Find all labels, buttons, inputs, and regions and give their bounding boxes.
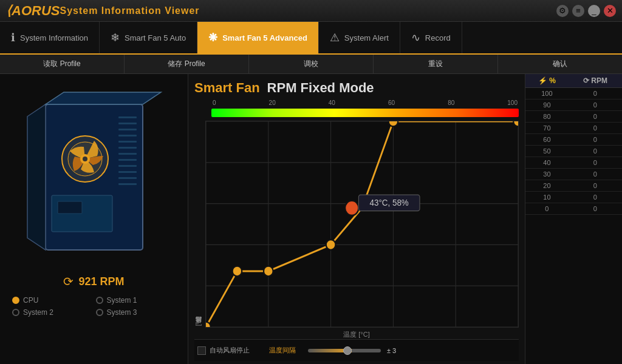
rpm-cell: 0 xyxy=(569,123,622,134)
chart-container: 风扇转速比 [%] xyxy=(194,121,519,328)
pct-cell: 30 xyxy=(525,169,569,180)
svg-point-48 xyxy=(326,240,336,250)
pct-cell: 60 xyxy=(525,134,569,146)
system1-radio[interactable] xyxy=(96,297,103,304)
svg-point-45 xyxy=(206,322,211,327)
nav-system-info[interactable]: ℹ System Information xyxy=(0,22,100,53)
nav-system-alert[interactable]: ⚠ System Alert xyxy=(319,22,400,53)
record-icon: ∿ xyxy=(411,31,420,44)
nav-record[interactable]: ∿ Record xyxy=(400,22,462,53)
table-row[interactable]: 800 xyxy=(525,111,622,123)
settings-button[interactable]: ⚙ xyxy=(556,5,569,17)
menu-button[interactable]: ≡ xyxy=(572,5,584,17)
table-row[interactable]: 500 xyxy=(525,146,622,157)
confirm-button[interactable]: 确认 xyxy=(498,55,622,73)
table-row[interactable]: 700 xyxy=(525,123,622,134)
save-profile-button[interactable]: 储存 Profile xyxy=(125,55,249,73)
auto-stop-label: 自动风扇停止 xyxy=(210,346,250,355)
chart-area[interactable]: 100 80 60 40 20 0 0 20 40 60 80 100 xyxy=(205,121,519,328)
table-row[interactable]: 400 xyxy=(525,157,622,169)
svg-point-46 xyxy=(233,266,242,277)
logo-icon: ⟨AORUS xyxy=(6,3,60,19)
nav-smart-fan-auto[interactable]: ❄ Smart Fan 5 Auto xyxy=(100,22,197,53)
fan-source-system1[interactable]: System 1 xyxy=(96,296,176,305)
auto-stop-checkbox[interactable] xyxy=(197,346,206,355)
svg-point-50 xyxy=(389,121,398,126)
pct-cell: 50 xyxy=(525,146,569,157)
pct-cell: 0 xyxy=(525,203,569,215)
svg-rect-9 xyxy=(118,153,137,155)
svg-rect-14 xyxy=(118,183,137,185)
table-row[interactable]: 900 xyxy=(525,99,622,111)
rpm-cell: 0 xyxy=(569,134,622,146)
alert-icon: ⚠ xyxy=(330,31,340,44)
svg-point-51 xyxy=(513,121,518,126)
left-panel: ⟳ 921 RPM CPU System 1 System 2 System 3 xyxy=(0,74,188,364)
system2-label: System 2 xyxy=(23,308,53,317)
svg-point-20 xyxy=(83,157,87,161)
nav-smart-fan-advanced[interactable]: ❋ Smart Fan 5 Advanced xyxy=(197,22,319,53)
svg-text:43°C, 58%: 43°C, 58% xyxy=(370,198,409,208)
table-row[interactable]: 600 xyxy=(525,134,622,146)
table-row[interactable]: 300 xyxy=(525,169,622,180)
pct-col-header: ⚡ % xyxy=(525,74,569,88)
nav-smart-fan-advanced-label: Smart Fan 5 Advanced xyxy=(222,33,307,42)
svg-marker-2 xyxy=(46,92,161,104)
window-controls: ⚙ ≡ _ ✕ xyxy=(556,5,616,17)
x-axis-label: 温度 [°C] xyxy=(194,330,519,339)
rpm-icon: ⟳ xyxy=(63,274,73,289)
y-axis-label: 风扇转速比 [%] xyxy=(194,121,203,328)
table-row[interactable]: 1000 xyxy=(525,88,622,99)
table-row[interactable]: 100 xyxy=(525,192,622,203)
system3-label: System 3 xyxy=(107,308,137,317)
table-row[interactable]: 200 xyxy=(525,180,622,192)
svg-rect-11 xyxy=(118,165,137,167)
close-button[interactable]: ✕ xyxy=(604,5,616,17)
slider-value: ± 3 xyxy=(387,347,396,354)
system2-radio[interactable] xyxy=(12,309,19,316)
system1-label: System 1 xyxy=(107,296,137,305)
pc-case-svg xyxy=(21,86,167,262)
temp-bar-labels: 0 20 40 60 80 100 xyxy=(211,99,519,106)
nav-record-label: Record xyxy=(425,33,451,42)
nav-bar: ℹ System Information ❄ Smart Fan 5 Auto … xyxy=(0,22,622,55)
pct-cell: 20 xyxy=(525,180,569,192)
fan-auto-icon: ❄ xyxy=(111,31,120,44)
reset-button[interactable]: 重设 xyxy=(374,55,498,73)
fan-source-cpu[interactable]: CPU xyxy=(12,296,92,305)
svg-marker-1 xyxy=(27,104,46,250)
svg-rect-5 xyxy=(118,129,137,130)
svg-rect-16 xyxy=(58,201,82,214)
temp-interval-slider[interactable] xyxy=(308,349,381,352)
auto-stop-toggle[interactable]: 自动风扇停止 xyxy=(197,346,250,355)
rpm-cell: 0 xyxy=(569,192,622,203)
rpm-display: ⟳ 921 RPM xyxy=(63,274,124,289)
nav-system-info-label: System Information xyxy=(20,33,88,42)
calibrate-button[interactable]: 调校 xyxy=(249,55,374,73)
fan-source-system2[interactable]: System 2 xyxy=(12,308,92,317)
rpm-cell: 0 xyxy=(569,88,622,99)
title-bar: ⟨AORUS System Information Viewer ⚙ ≡ _ ✕ xyxy=(0,0,622,22)
app-logo: ⟨AORUS xyxy=(6,3,60,19)
nav-system-alert-label: System Alert xyxy=(344,33,389,42)
svg-rect-13 xyxy=(118,177,137,179)
pct-cell: 70 xyxy=(525,123,569,134)
cpu-radio[interactable] xyxy=(12,297,19,304)
fan-source-system3[interactable]: System 3 xyxy=(96,308,176,317)
table-row[interactable]: 00 xyxy=(525,203,622,215)
rpm-cell: 0 xyxy=(569,99,622,111)
temp-interval-label: 温度间隔 xyxy=(269,346,296,355)
pc-visualization xyxy=(21,86,167,268)
main-content: ⟳ 921 RPM CPU System 1 System 2 System 3 xyxy=(0,74,622,364)
rpm-cell: 0 xyxy=(569,203,622,215)
minimize-button[interactable]: _ xyxy=(588,5,600,17)
fan-advanced-icon: ❋ xyxy=(208,31,217,44)
fan-chart-svg: 100 80 60 40 20 0 0 20 40 60 80 100 xyxy=(206,121,518,327)
read-profile-button[interactable]: 读取 Profile xyxy=(0,55,125,73)
svg-rect-10 xyxy=(118,159,137,161)
system3-radio[interactable] xyxy=(96,309,103,316)
nav-smart-fan-auto-label: Smart Fan 5 Auto xyxy=(125,33,186,42)
svg-point-47 xyxy=(264,266,273,277)
center-panel: Smart Fan RPM Fixed Mode 0 20 40 60 80 1… xyxy=(188,74,525,364)
svg-rect-7 xyxy=(118,141,137,143)
